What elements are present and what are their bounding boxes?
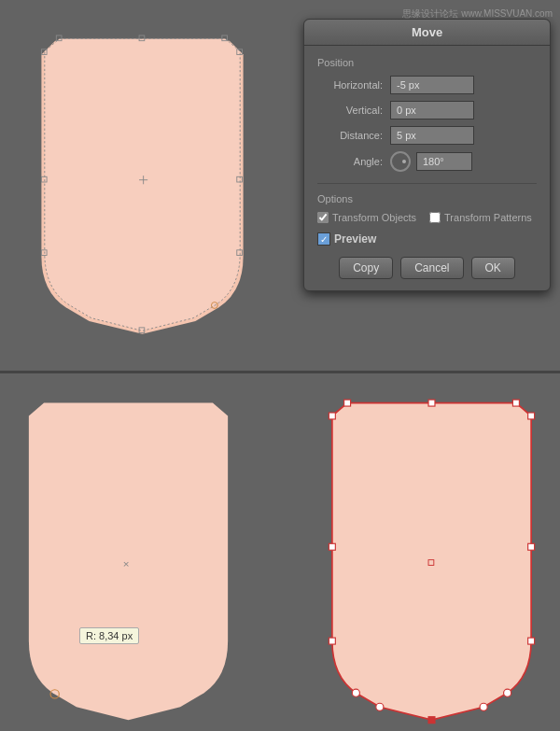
svg-rect-17 (512, 400, 519, 406)
svg-rect-20 (528, 638, 535, 644)
svg-point-24 (376, 703, 384, 710)
shape-bottom-right (313, 392, 551, 710)
transform-patterns-label: Transform Patterns (444, 212, 532, 223)
move-dialog: Move Position Horizontal: Vertical: Dist… (303, 19, 551, 291)
angle-dial[interactable] (390, 151, 411, 172)
svg-rect-28 (329, 413, 335, 419)
shape-bottom-left: × R: 8,34 px (9, 392, 247, 710)
divider (317, 183, 537, 184)
svg-point-22 (480, 703, 487, 710)
angle-label: Angle: (317, 156, 383, 167)
cancel-button[interactable]: Cancel (400, 257, 463, 279)
svg-rect-15 (344, 400, 351, 406)
button-row: Copy Cancel OK (317, 257, 537, 279)
shape-top-left (19, 28, 266, 336)
svg-text:×: × (123, 558, 130, 569)
options-label: Options (317, 193, 537, 204)
preview-label: Preview (334, 232, 376, 246)
svg-point-21 (504, 689, 511, 696)
transform-patterns-item[interactable]: Transform Patterns (429, 212, 532, 223)
vertical-label: Vertical: (317, 105, 383, 116)
distance-input[interactable] (390, 126, 474, 145)
copy-button[interactable]: Copy (339, 257, 393, 279)
dialog-title: Move (412, 25, 442, 39)
ok-button[interactable]: OK (471, 257, 515, 279)
horizontal-input[interactable] (390, 76, 474, 94)
top-section: 思缘设计论坛 www.MISSVUAN.com (0, 0, 560, 373)
distance-row: Distance: (317, 126, 537, 145)
position-section-label: Position (317, 57, 537, 68)
svg-rect-23 (428, 717, 435, 724)
transform-patterns-checkbox[interactable] (429, 212, 441, 223)
options-checkboxes: Transform Objects Transform Patterns (317, 212, 537, 223)
preview-checkbox[interactable]: ✓ (317, 232, 330, 246)
svg-rect-19 (528, 543, 535, 550)
svg-rect-27 (329, 543, 335, 550)
vertical-input[interactable] (390, 101, 474, 119)
radius-tooltip: R: 8,34 px (79, 627, 139, 644)
transform-objects-checkbox[interactable] (317, 212, 329, 223)
angle-input[interactable] (416, 152, 472, 171)
angle-row: Angle: (317, 151, 537, 172)
horizontal-row: Horizontal: (317, 76, 537, 94)
svg-rect-16 (428, 400, 435, 406)
horizontal-label: Horizontal: (317, 79, 383, 91)
angle-dot (402, 160, 406, 163)
dialog-title-bar: Move (304, 20, 550, 46)
svg-rect-18 (528, 413, 535, 419)
dialog-body: Position Horizontal: Vertical: Distance:… (304, 46, 550, 290)
svg-rect-26 (329, 638, 335, 644)
vertical-row: Vertical: (317, 101, 537, 119)
transform-objects-item[interactable]: Transform Objects (317, 212, 416, 223)
preview-row[interactable]: ✓ Preview (317, 232, 537, 246)
transform-objects-label: Transform Objects (332, 212, 416, 223)
distance-label: Distance: (317, 130, 383, 141)
svg-point-25 (352, 689, 359, 696)
bottom-section: × R: 8,34 px (0, 373, 560, 731)
